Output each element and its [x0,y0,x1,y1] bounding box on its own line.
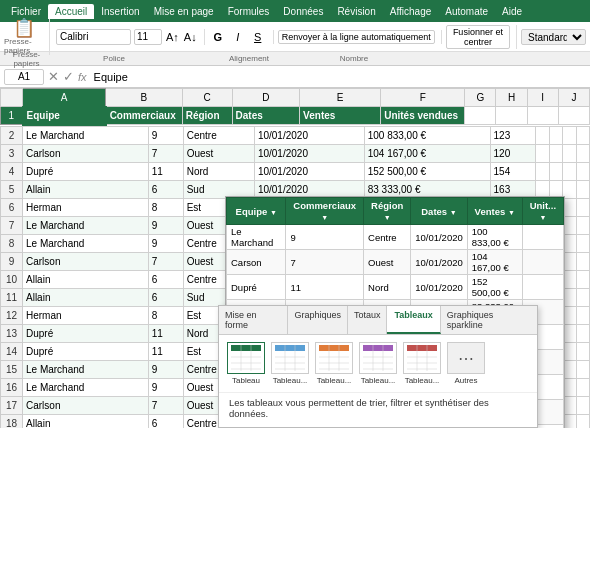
popup-col-region[interactable]: Région ▼ [364,198,411,225]
row-header-4[interactable]: 4 [1,162,23,180]
cell-A6[interactable]: Herman [23,198,149,216]
tooltip-tab-sparkline[interactable]: Graphiques sparkline [441,306,537,334]
cell-D2[interactable]: 10/01/2020 [254,126,364,144]
tableau-icon-1[interactable]: Tableau [227,342,265,385]
cell-h1[interactable] [496,107,527,125]
row-header-15[interactable]: 15 [1,360,23,378]
row-header-16[interactable]: 16 [1,378,23,396]
cell-J13[interactable] [576,324,590,342]
cell-g1[interactable] [465,107,496,125]
cell-J4[interactable] [576,162,590,180]
cell-B7[interactable]: 9 [148,216,183,234]
cell-j1[interactable] [558,107,589,125]
popup-col-equipe[interactable]: Equipe ▼ [227,198,286,225]
cell-H2[interactable] [549,126,562,144]
popup-cell-0-3[interactable]: 10/01/2020 [411,225,468,250]
wrap-text-button[interactable]: Renvoyer à la ligne automatiquement [278,30,435,44]
cell-J7[interactable] [576,216,590,234]
cell-J8[interactable] [576,234,590,252]
font-size-input[interactable] [134,29,162,45]
col-header-e[interactable]: E [300,89,381,107]
cell-A15[interactable]: Le Marchand [23,360,149,378]
row-header-14[interactable]: 14 [1,342,23,360]
cell-G2[interactable] [536,126,549,144]
cell-B5[interactable]: 6 [148,180,183,198]
cell-J9[interactable] [576,252,590,270]
cell-B6[interactable]: 8 [148,198,183,216]
popup-cell-2-5[interactable] [522,275,563,300]
cell-B12[interactable]: 8 [148,306,183,324]
row-header-2[interactable]: 2 [1,126,23,144]
cell-H3[interactable] [549,144,562,162]
paste-button[interactable]: 📋 [13,19,35,37]
cell-E2[interactable]: 100 833,00 € [364,126,490,144]
popup-cell-1-5[interactable] [522,250,563,275]
cell-J11[interactable] [576,288,590,306]
popup-cell-0-4[interactable]: 100 833,00 € [467,225,522,250]
cell-B2[interactable]: 9 [148,126,183,144]
row-header-5[interactable]: 5 [1,180,23,198]
popup-cell-1-4[interactable]: 104 167,00 € [467,250,522,275]
tableau-icon-2[interactable]: Tableau... [271,342,309,385]
increase-font-button[interactable]: A↑ [165,30,180,44]
row-header-6[interactable]: 6 [1,198,23,216]
cell-C2[interactable]: Centre [183,126,254,144]
underline-button[interactable]: S [249,30,267,44]
popup-cell-0-5[interactable] [522,225,563,250]
popup-cell-1-3[interactable]: 10/01/2020 [411,250,468,275]
popup-cell-2-1[interactable]: 11 [286,275,364,300]
row-header-12[interactable]: 12 [1,306,23,324]
cell-J3[interactable] [576,144,590,162]
cell-B4[interactable]: 11 [148,162,183,180]
autres-icon[interactable]: ⋯ Autres [447,342,485,385]
cell-D4[interactable]: 10/01/2020 [254,162,364,180]
cell-e1[interactable]: Ventes [300,107,381,125]
ribbon-tab-donnees[interactable]: Données [276,4,330,19]
cell-E4[interactable]: 152 500,00 € [364,162,490,180]
cell-J12[interactable] [576,306,590,324]
popup-cell-1-1[interactable]: 7 [286,250,364,275]
cell-C3[interactable]: Ouest [183,144,254,162]
cell-J15[interactable] [576,360,590,378]
popup-cell-1-2[interactable]: Ouest [364,250,411,275]
tableau-icon-3[interactable]: Tableau... [315,342,353,385]
cell-A12[interactable]: Herman [23,306,149,324]
ribbon-tab-fichier[interactable]: Fichier [4,4,48,19]
cell-B15[interactable]: 9 [148,360,183,378]
cell-B11[interactable]: 6 [148,288,183,306]
cell-F3[interactable]: 120 [490,144,536,162]
cell-I2[interactable] [563,126,576,144]
cell-I3[interactable] [563,144,576,162]
cell-A11[interactable]: Allain [23,288,149,306]
col-header-j[interactable]: J [558,89,589,107]
row-header-18[interactable]: 18 [1,414,23,428]
cell-A3[interactable]: Carlson [23,144,149,162]
tooltip-tab-mise-en-forme[interactable]: Mise en forme [219,306,288,334]
ribbon-tab-mise-en-page[interactable]: Mise en page [147,4,221,19]
cell-A4[interactable]: Dupré [23,162,149,180]
cell-A17[interactable]: Carlson [23,396,149,414]
popup-col-dates[interactable]: Dates ▼ [411,198,468,225]
bold-button[interactable]: G [209,30,227,44]
cell-reference-box[interactable] [4,69,44,85]
cell-I4[interactable] [563,162,576,180]
cell-J10[interactable] [576,270,590,288]
col-header-f[interactable]: F [381,89,465,107]
merge-button[interactable]: Fusionner et centrer [446,25,510,49]
cell-A8[interactable]: Le Marchand [23,234,149,252]
cell-J18[interactable] [576,414,590,428]
tooltip-tab-graphiques[interactable]: Graphiques [288,306,348,334]
row-header-8[interactable]: 8 [1,234,23,252]
cell-A7[interactable]: Le Marchand [23,216,149,234]
ribbon-tab-affichage[interactable]: Affichage [383,4,439,19]
cell-B18[interactable]: 6 [148,414,183,428]
tableau-icon-4[interactable]: Tableau... [359,342,397,385]
popup-col-unites[interactable]: Unit... ▼ [522,198,563,225]
tooltip-tab-totaux[interactable]: Totaux [348,306,388,334]
col-header-i[interactable]: I [527,89,558,107]
cell-A5[interactable]: Allain [23,180,149,198]
cell-B13[interactable]: 11 [148,324,183,342]
col-header-c[interactable]: C [182,89,232,107]
cell-E3[interactable]: 104 167,00 € [364,144,490,162]
row-header-1[interactable]: 1 [1,107,23,125]
